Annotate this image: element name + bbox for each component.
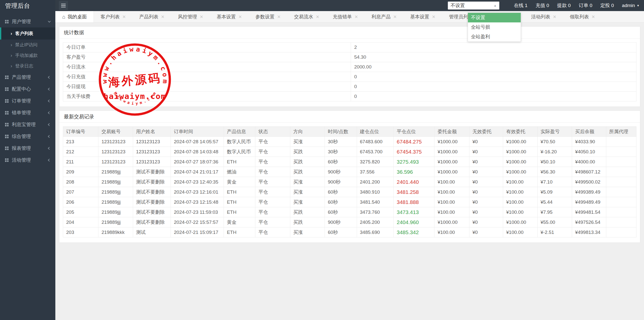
sidebar-item[interactable]: 报表管理: [0, 142, 55, 154]
tab[interactable]: 风控管理: [171, 11, 210, 22]
admin-menu[interactable]: admin ▼: [622, 3, 639, 8]
column-header: 方向: [290, 127, 325, 137]
sidebar-subitem[interactable]: › 禁止IP访问: [0, 40, 55, 50]
transaction-cell: ¥4000.00: [572, 157, 606, 167]
sidebar-item-label: 订单管理: [12, 98, 48, 104]
transaction-cell: 2024-07-28 14:03:48: [171, 147, 224, 157]
transaction-cell: 2401.200: [357, 177, 393, 187]
transaction-cell: ¥50.10: [537, 157, 572, 167]
transaction-cell: ¥-16.20: [537, 147, 572, 157]
transaction-cell: ¥499500.02: [572, 177, 606, 187]
sidebar: 管理后台 用户管理 › 客户列表 › 禁止IP访问 › 手动加减款 › 登录日志: [0, 0, 55, 320]
transaction-cell: 204: [63, 217, 98, 227]
transaction-cell: 207: [63, 187, 98, 197]
sidebar-item[interactable]: 产品管理: [0, 71, 55, 83]
tab[interactable]: 参数设置: [249, 11, 287, 22]
transaction-cell: 36.596: [393, 167, 434, 177]
transaction-cell: ¥1000.00: [503, 167, 537, 177]
hamburger-icon: [61, 4, 66, 4]
transaction-row: 203219889kkk测试2024-07-21 15:09:17ETH平仓买涨…: [63, 227, 636, 237]
transaction-cell: 37.556: [357, 167, 393, 177]
stat-badge[interactable]: 充值 0: [536, 2, 549, 9]
tab[interactable]: 充值错单: [326, 11, 365, 22]
transaction-cell: ETH: [224, 187, 255, 197]
stat-badge[interactable]: 在线 1: [514, 2, 528, 9]
transaction-cell: 测试不要删除: [133, 167, 171, 177]
transaction-cell: [606, 227, 636, 237]
transaction-cell: 123123123: [98, 157, 133, 167]
sidebar-nav: 用户管理 › 客户列表 › 禁止IP访问 › 手动加减款 › 登录日志: [0, 16, 55, 166]
transaction-cell: 3473.413: [393, 207, 434, 217]
stamp-center-chinese: 海外源码: [107, 71, 162, 89]
sidebar-item[interactable]: 错单管理: [0, 107, 55, 119]
transaction-cell: 买涨: [290, 137, 325, 147]
transaction-row: 204219889jjj测试不要删除2024-07-22 15:57:57黄金平…: [63, 217, 636, 227]
transaction-cell: 67483.600: [357, 137, 393, 147]
stats-value: 2000.00: [351, 62, 636, 72]
transactions-header-row: 订单编号交易账号用户姓名订单时间产品信息状态方向时间/点数建仓点位平仓点位委托金…: [63, 127, 636, 137]
chevron-left-icon: [48, 159, 51, 161]
grid-icon: [5, 87, 9, 91]
sidebar-subitem[interactable]: › 客户列表: [0, 27, 55, 40]
transaction-cell: ¥56.30: [537, 167, 572, 177]
grid-icon: [5, 123, 9, 126]
transaction-cell: [606, 177, 636, 187]
arrow-right-icon: ›: [11, 31, 12, 36]
transaction-cell: 2024-07-23 12:16:01: [171, 187, 224, 197]
topbar-right: 不设置 ▲ 在线 1充值 0提款 0订单 0定投 0 admin ▼: [448, 0, 639, 11]
column-header: 订单编号: [63, 127, 98, 137]
tab[interactable]: 产品列表: [133, 11, 171, 22]
transaction-cell: ¥4050.10: [572, 147, 606, 157]
transaction-cell: ¥0: [469, 137, 503, 147]
tab[interactable]: 交易流水: [287, 11, 326, 22]
tab[interactable]: 利息产品: [365, 11, 404, 22]
sidebar-item[interactable]: 配置中心: [0, 83, 55, 95]
tab[interactable]: 基本设置: [210, 11, 249, 22]
transaction-cell: ¥499489.49: [572, 197, 606, 207]
stat-badge[interactable]: 定投 0: [600, 2, 614, 9]
sidebar-toggle-button[interactable]: [59, 1, 68, 10]
sidebar-subitem[interactable]: › 手动加减款: [0, 50, 55, 61]
transaction-cell: 平仓: [255, 157, 290, 167]
sidebar-item[interactable]: 综合管理: [0, 130, 55, 142]
sidebar-item[interactable]: 订单管理: [0, 95, 55, 107]
dropdown-option[interactable]: 全站亏损: [468, 22, 521, 32]
transaction-cell: [606, 217, 636, 227]
transaction-row: 2131231231231231231232024-07-28 14:05:57…: [63, 137, 636, 147]
sidebar-item-label: 错单管理: [12, 110, 48, 116]
transaction-cell: 123123123: [98, 147, 133, 157]
grid-icon: [5, 135, 9, 138]
sidebar-item-user-management[interactable]: 用户管理: [0, 16, 55, 27]
transaction-cell: 60秒: [325, 197, 357, 207]
grid-icon: [5, 20, 9, 23]
sidebar-item[interactable]: 利息宝管理: [0, 119, 55, 130]
tab[interactable]: 基本设置: [404, 11, 442, 22]
sidebar-item[interactable]: 活动管理: [0, 154, 55, 166]
stat-badge[interactable]: 提款 0: [557, 2, 571, 9]
transaction-cell: 219889jjj: [98, 207, 133, 217]
transaction-row: 209219889jjj测试不要删除2024-07-24 21:01:17燃油平…: [63, 167, 636, 177]
dropdown-option[interactable]: 不设置: [468, 13, 521, 22]
stat-badge[interactable]: 订单 0: [579, 2, 592, 9]
tab[interactable]: 我的桌面: [55, 11, 94, 22]
transaction-row: 206219889jjj测试不要删除2024-07-23 12:15:48ETH…: [63, 197, 636, 207]
transaction-cell: ¥1000.00: [434, 157, 469, 167]
transaction-cell: 123123123: [133, 137, 171, 147]
tab-label: 产品列表: [139, 14, 158, 20]
transaction-cell: 2024-07-24 21:01:17: [171, 167, 224, 177]
dropdown-option[interactable]: 全站盈利: [468, 32, 521, 42]
site-mode-select[interactable]: 不设置 ▲: [448, 2, 499, 10]
sidebar-subitem[interactable]: › 登录日志: [0, 61, 55, 71]
transaction-cell: 900秒: [325, 167, 357, 177]
transactions-table: 订单编号交易账号用户姓名订单时间产品信息状态方向时间/点数建仓点位平仓点位委托金…: [63, 126, 636, 237]
transaction-cell: 209: [63, 167, 98, 177]
tab[interactable]: 领取列表: [563, 11, 602, 22]
tab[interactable]: 活动列表: [524, 11, 563, 22]
transaction-cell: ¥1000.00: [503, 217, 537, 227]
stats-panel-title: 统计数据: [59, 27, 640, 39]
column-header: 买后余额: [572, 127, 606, 137]
transaction-row: 208219889jjj测试不要删除2024-07-23 12:40:35黄金平…: [63, 177, 636, 187]
transaction-cell: ¥-2.51: [537, 227, 572, 237]
transaction-cell: 67484.275: [393, 137, 434, 147]
tab[interactable]: 客户列表: [94, 11, 133, 22]
